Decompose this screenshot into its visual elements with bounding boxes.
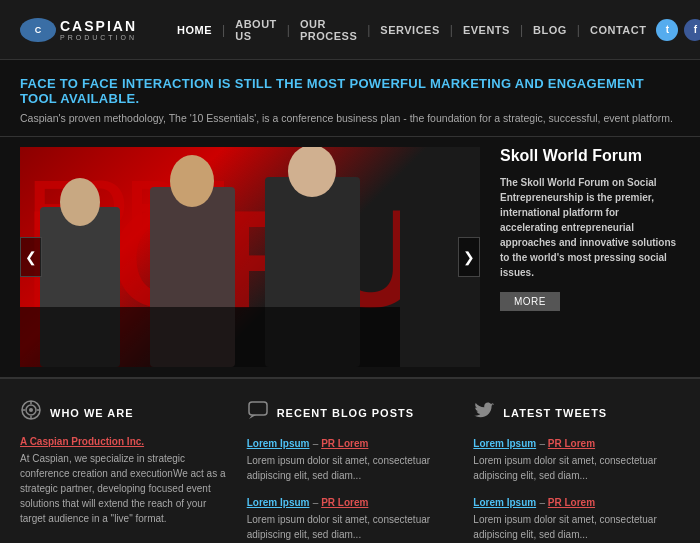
recent-blog-header: RECENT BLOG POSTS <box>247 399 454 426</box>
tweet-text-1: Lorem ipsum dolor sit amet, consectetuar… <box>473 453 680 483</box>
tweet-item-2: Lorem Ipsum – PR Lorem Lorem ipsum dolor… <box>473 495 680 542</box>
three-columns: WHO WE ARE A Caspian Production Inc. At … <box>0 377 700 543</box>
tweet-sep-2: – <box>539 497 547 508</box>
comment-svg <box>247 399 269 421</box>
tweet-item-1: Lorem Ipsum – PR Lorem Lorem ipsum dolor… <box>473 436 680 483</box>
slider-right-arrow[interactable]: ❯ <box>458 237 480 277</box>
slider-description: The Skoll World Forum on Social Entrepre… <box>500 175 680 280</box>
tweet-text-2: Lorem ipsum dolor sit amet, consectetuar… <box>473 512 680 542</box>
svg-point-6 <box>288 147 336 197</box>
svg-point-2 <box>60 178 100 226</box>
blog-text-2: Lorem ipsum dolor sit amet, consectetuar… <box>247 512 454 542</box>
slider-image: FORU FORU <box>20 147 480 367</box>
target-icon <box>20 399 42 426</box>
tweet-link-2[interactable]: Lorem Ipsum <box>473 497 536 508</box>
svg-point-10 <box>29 408 33 412</box>
latest-tweets-col: LATEST TWEETS Lorem Ipsum – PR Lorem Lor… <box>473 399 680 543</box>
nav-contact[interactable]: CONTACT <box>580 24 656 36</box>
slider-img-inner: FORU FORU <box>20 147 480 367</box>
logo: C CASPIAN PRODUCTION <box>20 18 137 42</box>
twitter-bird-icon <box>473 399 495 426</box>
nav-our-process[interactable]: OUR PROCESS <box>290 18 367 42</box>
blog-link-2[interactable]: Lorem Ipsum <box>247 497 310 508</box>
slider-wrapper: ❮ FORU FORU <box>20 147 480 367</box>
target-svg <box>20 399 42 421</box>
nav-events[interactable]: EVENTS <box>453 24 520 36</box>
slider-title: Skoll World Forum <box>500 147 680 165</box>
twitter-svg <box>473 399 495 421</box>
hero-headline: FACE TO FACE INTERACTION IS STILL THE MO… <box>20 76 680 106</box>
blog-link-pr-1[interactable]: PR Lorem <box>321 438 368 449</box>
main-nav: HOME | ABOUT US | OUR PROCESS | SERVICES… <box>167 18 656 42</box>
nav-blog[interactable]: BLOG <box>523 24 577 36</box>
logo-text: CASPIAN PRODUCTION <box>60 18 137 41</box>
logo-sub: PRODUCTION <box>60 34 137 41</box>
hero-banner: FACE TO FACE INTERACTION IS STILL THE MO… <box>0 60 700 137</box>
hero-subtext: Caspian's proven methodology, The '10 Es… <box>20 112 680 124</box>
svg-rect-15 <box>249 402 267 415</box>
recent-blog-title: RECENT BLOG POSTS <box>277 407 414 419</box>
nav-home[interactable]: HOME <box>167 24 222 36</box>
latest-tweets-header: LATEST TWEETS <box>473 399 680 426</box>
comment-icon <box>247 399 269 426</box>
logo-oval-text: C <box>35 25 42 35</box>
blog-sep-1: – <box>313 438 321 449</box>
header: C CASPIAN PRODUCTION HOME | ABOUT US | O… <box>0 0 700 60</box>
slider-more-button[interactable]: MORE <box>500 292 560 311</box>
nav-services[interactable]: SERVICES <box>370 24 449 36</box>
blog-sep-2: – <box>313 497 321 508</box>
blog-item-2: Lorem Ipsum – PR Lorem Lorem ipsum dolor… <box>247 495 454 542</box>
slider-section: ❮ FORU FORU <box>0 137 700 377</box>
logo-main: CASPIAN <box>60 18 137 34</box>
who-we-are-col: WHO WE ARE A Caspian Production Inc. At … <box>20 399 227 543</box>
slider-people-svg: FORU <box>20 147 400 367</box>
svg-rect-7 <box>20 307 400 367</box>
logo-oval: C <box>20 18 56 42</box>
slider-left-arrow[interactable]: ❮ <box>20 237 42 277</box>
who-we-are-title: WHO WE ARE <box>50 407 134 419</box>
tweet-sep-1: – <box>539 438 547 449</box>
who-we-are-text: At Caspian, we specialize in strategic c… <box>20 451 227 526</box>
latest-tweets-title: LATEST TWEETS <box>503 407 607 419</box>
twitter-icon[interactable]: t <box>656 19 678 41</box>
who-we-are-header: WHO WE ARE <box>20 399 227 426</box>
blog-text-1: Lorem ipsum dolor sit amet, consectetuar… <box>247 453 454 483</box>
tweet-link-pr-1[interactable]: PR Lorem <box>548 438 595 449</box>
blog-link-pr-2[interactable]: PR Lorem <box>321 497 368 508</box>
blog-item-1: Lorem Ipsum – PR Lorem Lorem ipsum dolor… <box>247 436 454 483</box>
svg-point-4 <box>170 155 214 207</box>
blog-link-1[interactable]: Lorem Ipsum <box>247 438 310 449</box>
who-we-are-link[interactable]: A Caspian Production Inc. <box>20 436 227 447</box>
social-icons: t f in ✉ <box>656 19 700 41</box>
tweet-link-1[interactable]: Lorem Ipsum <box>473 438 536 449</box>
facebook-icon[interactable]: f <box>684 19 700 41</box>
tweet-link-pr-2[interactable]: PR Lorem <box>548 497 595 508</box>
slider-info: Skoll World Forum The Skoll World Forum … <box>500 147 680 367</box>
recent-blog-col: RECENT BLOG POSTS Lorem Ipsum – PR Lorem… <box>247 399 454 543</box>
nav-about-us[interactable]: ABOUT US <box>225 18 287 42</box>
